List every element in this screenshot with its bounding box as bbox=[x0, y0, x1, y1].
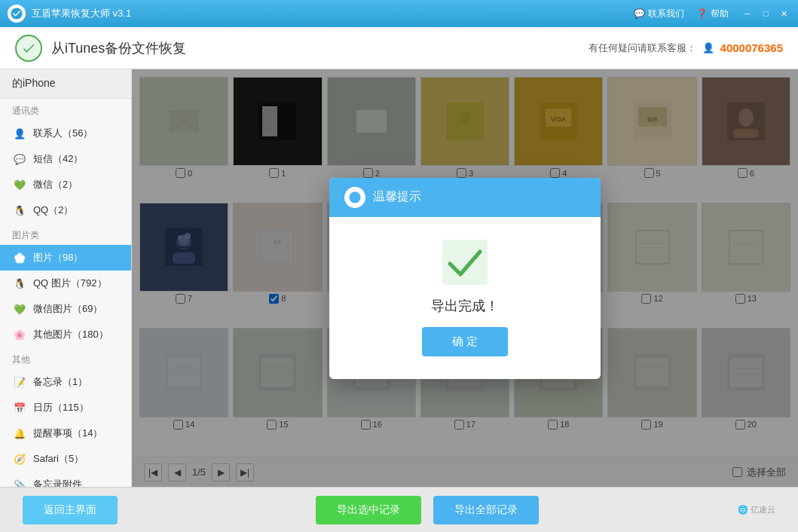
title-bar-left: 互盾苹果恢复大师 v3.1 bbox=[8, 5, 131, 23]
help-icon: ❓ bbox=[696, 8, 708, 19]
chat-icon: 💬 bbox=[634, 8, 645, 19]
sidebar-item-photos[interactable]: 🌸 图片（98） bbox=[0, 245, 131, 271]
memo-icon: 📝 bbox=[12, 375, 27, 390]
modal-dialog: 温馨提示 导出完成！ 确 定 bbox=[329, 178, 601, 379]
sidebar-item-qq[interactable]: 🐧 QQ（2） bbox=[0, 197, 131, 223]
sidebar-item-otherphotos[interactable]: 🌸 其他图片（180） bbox=[0, 322, 131, 347]
sidebar-item-safari[interactable]: 🧭 Safari（5） bbox=[0, 446, 131, 472]
device-name: 的iPhone bbox=[0, 69, 131, 99]
title-bar: 互盾苹果恢复大师 v3.1 💬 联系我们 ❓ 帮助 ─ □ ✕ bbox=[0, 0, 798, 27]
attach-icon: 📎 bbox=[12, 477, 27, 487]
customer-service: 有任何疑问请联系客服： 👤 4000076365 bbox=[589, 41, 783, 55]
sidebar-item-reminder[interactable]: 🔔 提醒事项（14） bbox=[0, 420, 131, 446]
app-logo bbox=[8, 5, 26, 23]
otherphotos-icon: 🌸 bbox=[12, 327, 27, 342]
app-title: 互盾苹果恢复大师 v3.1 bbox=[32, 7, 131, 20]
sidebar-item-memo[interactable]: 📝 备忘录（1） bbox=[0, 369, 131, 395]
sidebar-item-qqphoto[interactable]: 🐧 QQ 图片（792） bbox=[0, 271, 131, 296]
contacts-icon: 👤 bbox=[12, 126, 27, 141]
back-btn[interactable]: 返回主界面 bbox=[23, 496, 118, 524]
sidebar: 的iPhone 通讯类 👤 联系人（56） 💬 短信（42） 💚 微信（2） 🐧… bbox=[0, 69, 132, 487]
sidebar-item-wechatphoto[interactable]: 💚 微信图片（69） bbox=[0, 296, 131, 322]
header-logo bbox=[15, 35, 42, 62]
export-buttons: 导出选中记录 导出全部记录 bbox=[316, 496, 539, 524]
modal-header: 温馨提示 bbox=[329, 178, 601, 217]
export-selected-btn[interactable]: 导出选中记录 bbox=[316, 496, 421, 524]
modal-overlay: 温馨提示 导出完成！ 确 定 bbox=[132, 69, 798, 487]
photo-icon: 🌸 bbox=[12, 250, 27, 265]
modal-header-icon bbox=[344, 187, 365, 208]
sms-icon: 💬 bbox=[12, 151, 27, 167]
modal-body: 导出完成！ 确 定 bbox=[329, 217, 601, 379]
minimize-btn[interactable]: ─ bbox=[741, 7, 754, 20]
contact-us-btn[interactable]: 💬 联系我们 bbox=[634, 8, 684, 20]
sidebar-item-sms[interactable]: 💬 短信（42） bbox=[0, 146, 131, 172]
watermark-icon: 🌐 bbox=[738, 505, 748, 514]
close-btn[interactable]: ✕ bbox=[777, 7, 790, 20]
maximize-btn[interactable]: □ bbox=[759, 7, 772, 20]
page-title: 从iTunes备份文件恢复 bbox=[51, 39, 186, 57]
sidebar-item-wechat[interactable]: 💚 微信（2） bbox=[0, 172, 131, 197]
export-all-btn[interactable]: 导出全部记录 bbox=[433, 496, 539, 524]
wechat-icon: 💚 bbox=[12, 177, 27, 192]
header: 从iTunes备份文件恢复 有任何疑问请联系客服： 👤 4000076365 bbox=[0, 27, 798, 69]
category-other: 其他 bbox=[0, 347, 131, 369]
sidebar-item-contacts[interactable]: 👤 联系人（56） bbox=[0, 121, 131, 146]
help-btn[interactable]: ❓ 帮助 bbox=[696, 8, 729, 20]
watermark: 🌐 亿速云 bbox=[738, 504, 775, 515]
category-communication: 通讯类 bbox=[0, 99, 131, 121]
bottom-bar: 返回主界面 导出选中记录 导出全部记录 🌐 亿速云 bbox=[0, 487, 798, 532]
modal-ok-btn[interactable]: 确 定 bbox=[422, 327, 508, 356]
service-icon: 👤 bbox=[702, 42, 714, 54]
modal-message: 导出完成！ bbox=[431, 297, 499, 315]
calendar-icon: 📅 bbox=[12, 400, 27, 415]
title-bar-right: 💬 联系我们 ❓ 帮助 ─ □ ✕ bbox=[634, 7, 790, 20]
main-layout: 的iPhone 通讯类 👤 联系人（56） 💬 短信（42） 💚 微信（2） 🐧… bbox=[0, 69, 798, 487]
safari-icon: 🧭 bbox=[12, 451, 27, 466]
header-left: 从iTunes备份文件恢复 bbox=[15, 35, 186, 62]
modal-check-icon bbox=[442, 240, 488, 285]
sidebar-item-calendar[interactable]: 📅 日历（115） bbox=[0, 395, 131, 420]
sidebar-item-attach[interactable]: 📎 备忘录附件 bbox=[0, 472, 131, 487]
modal-title: 温馨提示 bbox=[373, 189, 421, 205]
qq-icon: 🐧 bbox=[12, 203, 27, 218]
phone-number: 4000076365 bbox=[720, 41, 783, 54]
content-area: 0 1 2 3 VISA bbox=[132, 69, 798, 487]
wechatphoto-icon: 💚 bbox=[12, 301, 27, 316]
qqphoto-icon: 🐧 bbox=[12, 276, 27, 291]
category-photos: 图片类 bbox=[0, 223, 131, 245]
window-controls: ─ □ ✕ bbox=[741, 7, 790, 20]
watermark-text: 亿速云 bbox=[751, 505, 775, 514]
reminder-icon: 🔔 bbox=[12, 426, 27, 441]
